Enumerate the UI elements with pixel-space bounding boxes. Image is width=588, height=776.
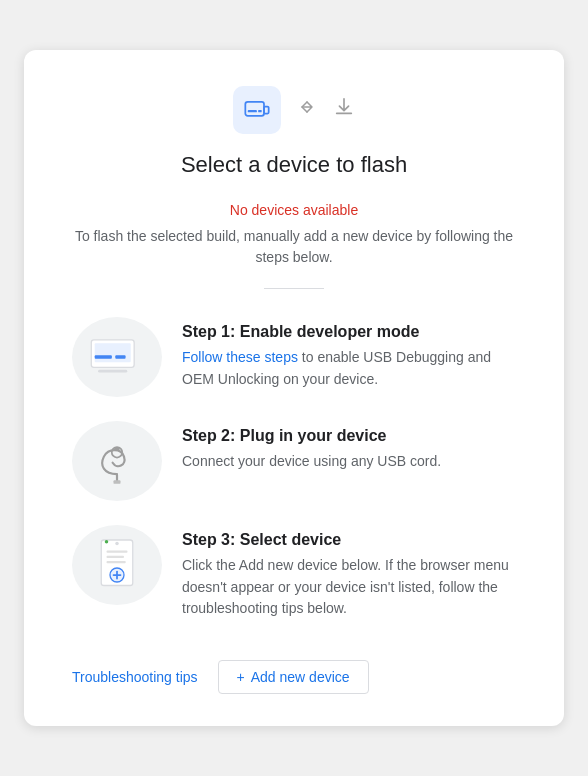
divider (264, 288, 324, 289)
svg-point-14 (115, 542, 119, 546)
svg-rect-0 (245, 102, 264, 116)
step-2-title: Step 2: Plug in your device (182, 427, 516, 445)
step-2-desc: Connect your device using any USB cord. (182, 451, 516, 473)
device-icon (233, 86, 281, 134)
step-1-title: Step 1: Enable developer mode (182, 323, 516, 341)
step-1-content: Step 1: Enable developer mode Follow the… (182, 317, 516, 390)
step-3-content: Step 3: Select device Click the Add new … (182, 525, 516, 620)
svg-rect-15 (107, 551, 128, 553)
step-3-desc: Click the Add new device below. If the b… (182, 555, 516, 620)
step-1-desc: Follow these steps to enable USB Debuggi… (182, 347, 516, 390)
page-title: Select a device to flash (72, 152, 516, 178)
arrow-icon (297, 97, 317, 122)
step-3-title: Step 3: Select device (182, 531, 516, 549)
svg-rect-10 (114, 447, 119, 451)
svg-rect-12 (114, 480, 121, 484)
svg-rect-3 (258, 110, 262, 112)
step-1-icon (72, 317, 162, 397)
step-2-content: Step 2: Plug in your device Connect your… (182, 421, 516, 473)
svg-rect-6 (95, 355, 112, 358)
no-devices-status: No devices available (72, 202, 516, 218)
svg-rect-16 (107, 556, 125, 558)
header-icons (72, 86, 516, 134)
add-device-label: Add new device (251, 669, 350, 685)
add-new-device-button[interactable]: + Add new device (218, 660, 369, 694)
step-1: Step 1: Enable developer mode Follow the… (72, 317, 516, 397)
footer: Troubleshooting tips + Add new device (72, 652, 516, 694)
troubleshooting-tips-link[interactable]: Troubleshooting tips (72, 669, 198, 685)
plus-icon: + (237, 669, 245, 685)
step-2: Step 2: Plug in your device Connect your… (72, 421, 516, 501)
svg-point-21 (105, 540, 109, 544)
step-3-icon (72, 525, 162, 605)
svg-rect-1 (264, 106, 269, 113)
download-icon (333, 96, 355, 123)
main-card: Select a device to flash No devices avai… (24, 50, 564, 726)
svg-rect-5 (95, 343, 131, 362)
subtitle-text: To flash the selected build, manually ad… (72, 226, 516, 268)
svg-rect-17 (107, 561, 126, 563)
svg-rect-7 (115, 355, 125, 358)
svg-rect-8 (98, 370, 127, 373)
step-3: Step 3: Select device Click the Add new … (72, 525, 516, 620)
follow-steps-link[interactable]: Follow these steps (182, 349, 298, 365)
steps-list: Step 1: Enable developer mode Follow the… (72, 317, 516, 620)
step-2-icon (72, 421, 162, 501)
